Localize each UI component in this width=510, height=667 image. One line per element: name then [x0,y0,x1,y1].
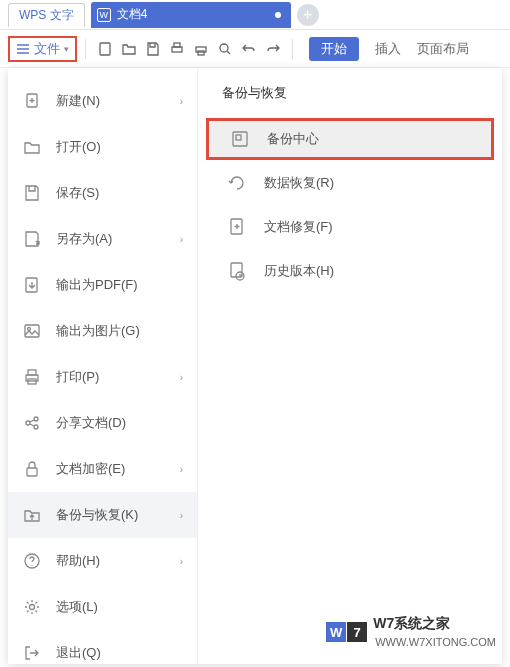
menu-export-image[interactable]: 输出为图片(G) [8,308,197,354]
menu-new[interactable]: 新建(N)› [8,78,197,124]
svg-rect-20 [236,135,241,140]
redo-icon[interactable] [262,38,284,60]
menu-export-pdf[interactable]: 输出为PDF(F) [8,262,197,308]
new-file-icon [22,91,42,111]
svg-rect-8 [25,325,39,337]
image-icon [22,321,42,341]
chevron-right-icon: › [180,96,183,107]
chevron-down-icon: ▾ [64,44,69,54]
menu-right-column: 备份与恢复 备份中心 数据恢复(R) 文档修复(F) 历史版本(H) [198,68,502,664]
backup-center-icon [229,128,251,150]
menu-left-column: 新建(N)› 打开(O) 保存(S) 另存为(A)› 输出为PDF(F) 输出为… [8,68,198,664]
exit-icon [22,643,42,663]
printer-icon [22,367,42,387]
chevron-right-icon: › [180,234,183,245]
menu-label: 打印(P) [56,368,166,386]
svg-rect-19 [233,132,247,146]
menu-label: 新建(N) [56,92,166,110]
tab-modified-dot [275,12,281,18]
submenu-label: 数据恢复(R) [264,174,334,192]
chevron-right-icon: › [180,556,183,567]
insert-tab[interactable]: 插入 [375,40,401,58]
menu-open[interactable]: 打开(O) [8,124,197,170]
open-icon[interactable] [118,38,140,60]
svg-point-5 [220,44,228,52]
submenu-history[interactable]: 历史版本(H) [206,250,494,292]
start-label: 开始 [321,40,347,58]
page-layout-tab[interactable]: 页面布局 [417,40,469,58]
menu-saveas[interactable]: 另存为(A)› [8,216,197,262]
gear-icon [22,597,42,617]
menu-label: 输出为PDF(F) [56,276,183,294]
menu-label: 另存为(A) [56,230,166,248]
svg-rect-2 [174,43,180,47]
menu-label: 备份与恢复(K) [56,506,166,524]
document-tab[interactable]: W 文档4 [91,2,291,28]
recovery-icon [226,172,248,194]
menu-label: 输出为图片(G) [56,322,183,340]
svg-point-18 [30,605,35,610]
watermark-url: WWW.W7XITONG.COM [375,636,496,648]
undo-icon[interactable] [238,38,260,60]
print-quick-icon[interactable] [166,38,188,60]
svg-rect-0 [100,43,110,55]
app-tab-label: WPS 文字 [19,7,74,24]
svg-point-15 [34,425,38,429]
help-icon [22,551,42,571]
new-icon[interactable] [94,38,116,60]
submenu-label: 文档修复(F) [264,218,333,236]
lock-icon [22,459,42,479]
menu-save[interactable]: 保存(S) [8,170,197,216]
separator [85,39,86,59]
save-icon[interactable] [142,38,164,60]
menu-options[interactable]: 选项(L) [8,584,197,630]
pdf-icon [22,275,42,295]
file-menu-dropdown: 新建(N)› 打开(O) 保存(S) 另存为(A)› 输出为PDF(F) 输出为… [8,68,502,664]
document-tab-label: 文档4 [117,6,148,23]
chevron-right-icon: › [180,372,183,383]
menu-label: 文档加密(E) [56,460,166,478]
tab-bar: WPS 文字 W 文档4 + [0,0,510,30]
hamburger-icon [16,43,30,55]
repair-icon [226,216,248,238]
svg-point-13 [26,421,30,425]
watermark-brand: W7系统之家 [373,615,450,631]
menu-share[interactable]: 分享文档(D) [8,400,197,446]
menu-encrypt[interactable]: 文档加密(E)› [8,446,197,492]
watermark-logo: W 7 [326,622,367,642]
app-tab[interactable]: WPS 文字 [8,3,85,27]
submenu-title: 备份与恢复 [198,80,502,116]
print-icon[interactable] [190,38,212,60]
start-tab[interactable]: 开始 [309,37,359,61]
submenu-doc-repair[interactable]: 文档修复(F) [206,206,494,248]
doc-icon: W [97,8,111,22]
separator [292,39,293,59]
menu-label: 保存(S) [56,184,183,202]
menu-exit[interactable]: 退出(Q) [8,630,197,667]
menu-help[interactable]: 帮助(H)› [8,538,197,584]
svg-rect-1 [172,47,182,52]
menu-print[interactable]: 打印(P)› [8,354,197,400]
svg-rect-4 [198,51,204,55]
chevron-right-icon: › [180,464,183,475]
saveas-icon [22,229,42,249]
submenu-backup-center[interactable]: 备份中心 [206,118,494,160]
file-menu-button[interactable]: 文件 ▾ [8,36,77,62]
menu-label: 帮助(H) [56,552,166,570]
svg-rect-16 [27,468,37,476]
menu-label: 打开(O) [56,138,183,156]
menu-backup[interactable]: 备份与恢复(K)› [8,492,197,538]
svg-point-9 [28,328,31,331]
save-file-icon [22,183,42,203]
menu-label: 退出(Q) [56,644,183,662]
watermark: W 7 W7系统之家 WWW.W7XITONG.COM [326,615,496,649]
submenu-data-recovery[interactable]: 数据恢复(R) [206,162,494,204]
backup-icon [22,505,42,525]
preview-icon[interactable] [214,38,236,60]
logo-7: 7 [347,622,367,642]
menu-label: 选项(L) [56,598,183,616]
toolbar: 文件 ▾ 开始 插入 页面布局 [0,30,510,68]
svg-point-14 [34,417,38,421]
add-tab-button[interactable]: + [297,4,319,26]
logo-w: W [326,622,346,642]
